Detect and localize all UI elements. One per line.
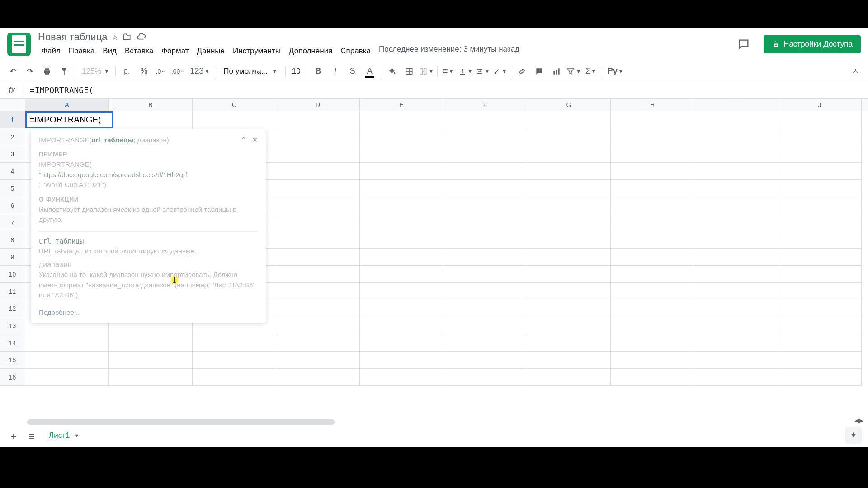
- cell[interactable]: [527, 197, 611, 214]
- cell[interactable]: [611, 334, 694, 352]
- cell[interactable]: [443, 197, 527, 214]
- cloud-status-icon[interactable]: [136, 32, 146, 42]
- cell[interactable]: [360, 266, 443, 283]
- cell[interactable]: [360, 145, 443, 163]
- cell[interactable]: [611, 180, 694, 197]
- cell[interactable]: [443, 128, 527, 145]
- cell[interactable]: [193, 352, 276, 369]
- chart-button[interactable]: [548, 63, 565, 80]
- print-button[interactable]: [39, 63, 55, 80]
- cell[interactable]: [443, 180, 527, 197]
- explore-button[interactable]: [845, 427, 862, 444]
- row-header-1[interactable]: 1: [0, 111, 25, 128]
- cell[interactable]: [443, 352, 527, 369]
- cell[interactable]: [694, 249, 778, 266]
- font-select[interactable]: По умолча...▼: [218, 67, 282, 76]
- cell[interactable]: [276, 145, 360, 163]
- cell[interactable]: [443, 231, 527, 249]
- cell[interactable]: [25, 369, 109, 386]
- cell[interactable]: [694, 266, 778, 283]
- wrap-button[interactable]: ▼: [475, 63, 491, 80]
- cell[interactable]: [360, 283, 443, 300]
- cell[interactable]: [360, 249, 443, 266]
- cell[interactable]: [360, 163, 443, 180]
- paint-format-button[interactable]: [56, 63, 72, 80]
- menu-data[interactable]: Данные: [193, 45, 228, 57]
- cell[interactable]: [276, 163, 360, 180]
- menu-edit[interactable]: Правка: [65, 45, 98, 57]
- cell[interactable]: [778, 283, 862, 300]
- cell[interactable]: [611, 266, 694, 283]
- row-header-5[interactable]: 5: [0, 180, 25, 197]
- row-header-16[interactable]: 16: [0, 369, 25, 386]
- col-header-c[interactable]: C: [193, 99, 276, 111]
- col-header-i[interactable]: I: [694, 99, 778, 111]
- cell[interactable]: [694, 300, 778, 317]
- cell[interactable]: [443, 214, 527, 231]
- menu-tools[interactable]: Инструменты: [229, 45, 284, 57]
- cell[interactable]: [276, 334, 360, 352]
- cell[interactable]: [611, 300, 694, 317]
- cell[interactable]: [611, 369, 694, 386]
- cell[interactable]: [778, 334, 862, 352]
- cell[interactable]: [193, 334, 276, 352]
- merge-button[interactable]: ▼: [418, 63, 434, 80]
- menu-format[interactable]: Формат: [158, 45, 192, 57]
- cell[interactable]: [527, 163, 611, 180]
- row-header-9[interactable]: 9: [0, 249, 25, 266]
- link-button[interactable]: [514, 63, 530, 80]
- cell[interactable]: [360, 128, 443, 145]
- star-icon[interactable]: ☆: [112, 33, 118, 42]
- cell[interactable]: [443, 145, 527, 163]
- active-cell-a1[interactable]: =IMPORTRANGE(: [25, 111, 113, 128]
- cell[interactable]: [527, 283, 611, 300]
- scroll-nav-arrows[interactable]: ◀▶: [854, 418, 863, 424]
- cell[interactable]: [443, 317, 527, 334]
- borders-button[interactable]: [401, 63, 417, 80]
- cell[interactable]: [276, 300, 360, 317]
- row-header-15[interactable]: 15: [0, 352, 25, 369]
- cell[interactable]: [694, 180, 778, 197]
- cell[interactable]: [276, 352, 360, 369]
- rotate-button[interactable]: ▼: [492, 63, 508, 80]
- cell[interactable]: [276, 266, 360, 283]
- fx-label[interactable]: fx: [0, 82, 24, 98]
- row-header-14[interactable]: 14: [0, 334, 25, 352]
- cell[interactable]: [778, 145, 862, 163]
- cell[interactable]: [694, 369, 778, 386]
- cell[interactable]: [611, 214, 694, 231]
- cell[interactable]: [694, 145, 778, 163]
- redo-button[interactable]: ↷: [22, 63, 38, 80]
- sheets-logo[interactable]: [7, 33, 31, 56]
- cell[interactable]: [778, 128, 862, 145]
- row-header-2[interactable]: 2: [0, 128, 25, 145]
- halign-button[interactable]: ≡▼: [440, 63, 457, 80]
- cell[interactable]: [360, 369, 443, 386]
- comments-button[interactable]: [735, 35, 753, 53]
- cell[interactable]: [527, 300, 611, 317]
- cell[interactable]: [443, 334, 527, 352]
- cell[interactable]: [443, 300, 527, 317]
- cell[interactable]: [276, 111, 360, 128]
- cell[interactable]: [694, 111, 778, 128]
- select-all-corner[interactable]: [0, 99, 25, 111]
- zoom-select[interactable]: 125%▼: [78, 67, 113, 76]
- move-icon[interactable]: [123, 33, 132, 42]
- cell[interactable]: [778, 163, 862, 180]
- cell[interactable]: [527, 214, 611, 231]
- cell[interactable]: [611, 249, 694, 266]
- cell[interactable]: [443, 283, 527, 300]
- cell[interactable]: [778, 180, 862, 197]
- cell[interactable]: [443, 111, 527, 128]
- row-header-11[interactable]: 11: [0, 283, 25, 300]
- cell[interactable]: [778, 249, 862, 266]
- sheet-tab-menu-icon[interactable]: ▼: [74, 433, 79, 438]
- cell[interactable]: [778, 317, 862, 334]
- all-sheets-button[interactable]: ≡: [23, 427, 41, 446]
- cell[interactable]: [778, 111, 862, 128]
- menu-insert[interactable]: Вставка: [121, 45, 157, 57]
- tooltip-close-icon[interactable]: ✕: [252, 136, 258, 144]
- cell[interactable]: [360, 197, 443, 214]
- fill-color-button[interactable]: [384, 63, 400, 80]
- cell[interactable]: [193, 369, 276, 386]
